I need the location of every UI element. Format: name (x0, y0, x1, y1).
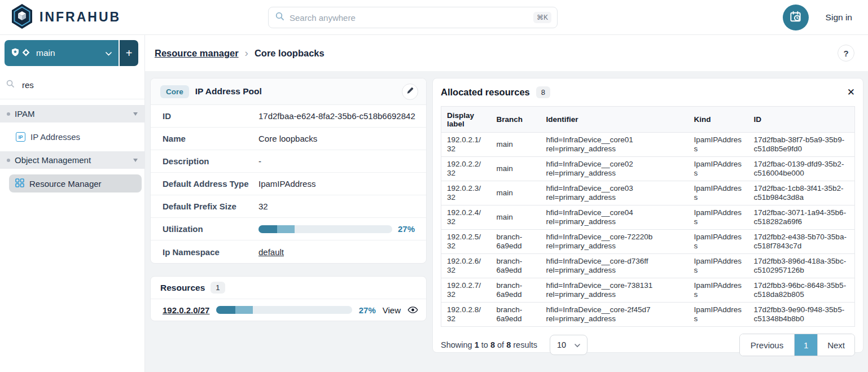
cell-kind: IpamIPAddress (689, 133, 748, 157)
cell-id: 17d2fbb3-9e90-f948-35b5-c51348b4b8b0 (748, 303, 855, 327)
sidebar-item-ip-addresses[interactable]: IP IP Addresses (0, 128, 144, 146)
table-row[interactable]: 192.0.2.3/32 main hfid=InfraDevice__core… (441, 181, 855, 205)
shield-icon (11, 48, 19, 58)
branch-selector-button[interactable]: main (5, 40, 119, 66)
namespace-link[interactable]: default (258, 247, 284, 257)
cell-identifier: hfid=InfraDevice__core03rel=primary_addr… (541, 181, 689, 205)
cell-kind: IpamIPAddress (689, 254, 748, 278)
field-label: Name (163, 134, 258, 143)
sidebar-section-label: Object Management (15, 155, 133, 165)
cell-id: 17d2fbac-3071-1a94-35b6-c518282a69f6 (748, 205, 855, 230)
branch-diamond-icon (22, 49, 30, 58)
table-row[interactable]: 192.0.2.4/32 main hfid=InfraDevice__core… (441, 205, 855, 230)
previous-page-button[interactable]: Previous (740, 334, 795, 356)
cell-display-label: 192.0.2.6/32 (441, 254, 491, 278)
cell-branch: branch-6a9edd (491, 303, 541, 327)
core-kind-badge: Core (160, 85, 189, 98)
resource-progress-bar (216, 306, 352, 314)
pool-card-title: IP Address Pool (195, 86, 262, 97)
cell-branch: main (491, 181, 541, 205)
resources-title: Resources (160, 283, 205, 293)
time-travel-button[interactable] (783, 5, 809, 30)
view-button[interactable]: View (383, 305, 401, 315)
table-row[interactable]: 192.0.2.7/32 branch-6a9edd hfid=InfraDev… (441, 278, 855, 303)
help-button[interactable]: ? (838, 45, 854, 62)
branch-selector-row: main + (0, 35, 144, 71)
pool-utilization-row: Utilization 27% (151, 218, 426, 240)
cell-identifier: hfid=InfraDevice__core-d736ffrel=primary… (541, 254, 689, 278)
calendar-clock-icon (789, 10, 802, 25)
cell-branch: branch-6a9edd (491, 278, 541, 303)
pool-field-row: Name Core loopbacks (151, 128, 426, 150)
field-value: 32 (258, 202, 268, 211)
pool-card-header: Core IP Address Pool (151, 78, 426, 105)
search-icon (275, 12, 284, 23)
cell-kind: IpamIPAddress (689, 157, 748, 181)
page-size-select[interactable]: 10 (550, 335, 588, 355)
field-value: Core loopbacks (258, 134, 317, 143)
search-icon (6, 80, 15, 90)
prefix-link[interactable]: 192.0.2.0/27 (163, 305, 209, 315)
pencil-icon (406, 87, 414, 96)
table-footer: Showing 1 to 8 of 8 results 10 (441, 334, 855, 356)
sidebar-item-resource-manager[interactable]: Resource Manager (9, 174, 142, 192)
sidebar-filter-input[interactable]: res (0, 71, 144, 99)
cell-id: 17d2fbac-0139-dfd9-35b2-c516004be000 (748, 157, 855, 181)
field-label: Description (163, 156, 258, 166)
current-branch-name: main (36, 48, 103, 58)
field-label: Utilization (163, 224, 258, 234)
field-label: ID (163, 111, 258, 121)
cell-branch: main (491, 133, 541, 157)
field-label: Default Prefix Size (163, 202, 258, 211)
chevron-down-icon (106, 49, 112, 58)
table-row[interactable]: 192.0.2.2/32 main hfid=InfraDevice__core… (441, 157, 855, 181)
next-page-button[interactable]: Next (817, 334, 854, 356)
cell-identifier: hfid=InfraDevice__core01rel=primary_addr… (541, 133, 689, 157)
sidebar: main + res IPAM IP I (0, 35, 145, 372)
main-area: Resource manager › Core loopbacks ? Core… (145, 35, 868, 372)
cell-display-label: 192.0.2.5/32 (441, 230, 491, 254)
table-row[interactable]: 192.0.2.1/32 main hfid=InfraDevice__core… (441, 133, 855, 157)
sidebar-section-object-management[interactable]: Object Management (0, 151, 144, 169)
section-bullet-icon (7, 159, 10, 162)
field-value: - (258, 156, 261, 166)
sign-in-button[interactable]: Sign in (826, 12, 852, 23)
create-branch-button[interactable]: + (120, 40, 138, 66)
section-bullet-icon (7, 112, 10, 116)
column-header-kind: Kind (689, 107, 748, 133)
ip-address-pool-card: Core IP Address Pool ID 17d2fbaa (150, 78, 427, 264)
breadcrumb-current-page: Core loopbacks (255, 48, 325, 59)
allocated-title: Allocated resources (441, 87, 530, 98)
table-row[interactable]: 192.0.2.5/32 branch-6a9edd hfid=InfraDev… (441, 230, 855, 254)
search-placeholder: Search anywhere (290, 13, 533, 23)
pagination: Previous 1 Next (739, 334, 855, 356)
grid-icon (15, 178, 24, 189)
breadcrumb: Resource manager › Core loopbacks ? (145, 35, 868, 71)
close-icon[interactable]: ✕ (847, 87, 855, 97)
sidebar-section-ipam[interactable]: IPAM (0, 105, 144, 122)
table-row[interactable]: 192.0.2.6/32 branch-6a9edd hfid=InfraDev… (441, 254, 855, 278)
page-size-value: 10 (557, 340, 566, 349)
sidebar-item-label: Resource Manager (29, 179, 102, 189)
cell-branch: branch-6a9edd (491, 230, 541, 254)
sidebar-item-label: IP Addresses (30, 132, 80, 142)
cell-identifier: hfid=InfraDevice__core-72220brel=primary… (541, 230, 689, 254)
top-header: INFRAHUB Search anywhere ⌘K (0, 0, 868, 35)
allocated-resources-panel: Allocated resources 8 ✕ Display label Br… (432, 78, 863, 353)
table-row[interactable]: 192.0.2.8/32 branch-6a9edd hfid=InfraDev… (441, 303, 855, 327)
field-value: IpamIPAddress (258, 179, 315, 189)
cell-branch: branch-6a9edd (491, 254, 541, 278)
progress-segment-dark (216, 306, 235, 314)
global-search-input[interactable]: Search anywhere ⌘K (268, 7, 558, 28)
results-summary: Showing 1 to 8 of 8 results (441, 340, 537, 349)
brand-logo[interactable]: INFRAHUB (0, 3, 121, 32)
cell-display-label: 192.0.2.7/32 (441, 278, 491, 303)
eye-icon[interactable] (407, 306, 418, 314)
pool-field-row: Default Prefix Size 32 (151, 195, 426, 218)
resources-card-header: Resources 1 (151, 277, 426, 299)
column-header-identifier: Identifier (541, 107, 689, 133)
page-1-button[interactable]: 1 (795, 334, 817, 356)
edit-pool-button[interactable] (402, 84, 418, 100)
progress-segment-light (235, 306, 253, 314)
breadcrumb-resource-manager-link[interactable]: Resource manager (155, 48, 239, 59)
